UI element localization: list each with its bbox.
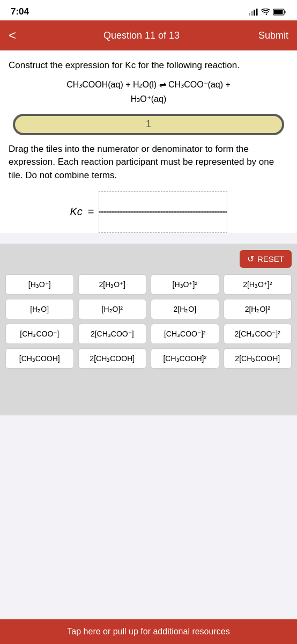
tile-2h2o[interactable]: 2[H₂O] [151, 299, 219, 319]
reset-button[interactable]: ↺ RESET [240, 250, 292, 268]
denominator-slot[interactable] [99, 213, 227, 233]
svg-rect-6 [274, 10, 283, 14]
reset-icon: ↺ [247, 254, 254, 264]
bottom-bar-label: Tap here or pull up for additional resou… [67, 627, 229, 636]
battery-icon [273, 9, 286, 16]
nav-title: Question 11 of 13 [25, 30, 258, 41]
reaction-container: CH₃COOH(aq) + H₂O(l) ⇌ CH₃COO⁻(aq) + H₃O… [9, 78, 288, 106]
kc-fraction [99, 191, 227, 233]
svg-rect-5 [285, 11, 286, 13]
tile-2ch3coo[interactable]: 2[CH₃COO⁻] [78, 324, 147, 344]
svg-rect-2 [254, 10, 255, 16]
svg-rect-1 [251, 11, 253, 16]
progress-inner: 1 [15, 116, 282, 133]
tile-h3o-sq[interactable]: [H₃O⁺]² [151, 274, 219, 295]
numerator-slot[interactable] [99, 191, 227, 211]
tiles-section: ↺ RESET [H₃O⁺] 2[H₃O⁺] [H₃O⁺]² 2[H₃O⁺]² … [0, 244, 297, 415]
svg-rect-3 [256, 9, 258, 16]
tile-ch3cooh[interactable]: [CH₃COOH] [5, 348, 74, 369]
status-bar: 7:04 [0, 0, 297, 20]
reaction-line1: CH₃COOH(aq) + H₂O(l) ⇌ CH₃COO⁻(aq) + [9, 78, 288, 92]
tile-h2o[interactable]: [H₂O] [5, 299, 74, 319]
tile-2h3o-sq[interactable]: 2[H₃O⁺]² [224, 274, 292, 295]
tile-2ch3coo-sq[interactable]: 2[CH₃COO⁻]² [224, 324, 292, 344]
signal-icon [249, 9, 258, 16]
question-text: Construct the expression for Kc for the … [9, 59, 288, 72]
tile-2h2o-sq[interactable]: 2[H₂O]² [224, 299, 292, 319]
kc-label: Kc [70, 206, 82, 218]
tile-2h3o[interactable]: 2[H₃O⁺] [78, 274, 147, 295]
tile-2ch3cooh-b[interactable]: 2[CH₃COOH] [224, 348, 292, 369]
main-content: Construct the expression for Kc for the … [0, 50, 297, 233]
tile-2ch3cooh[interactable]: 2[CH₃COOH] [78, 348, 147, 369]
progress-number: 1 [146, 119, 151, 130]
status-time: 7:04 [11, 6, 29, 17]
tile-ch3coo-sq[interactable]: [CH₃COO⁻]² [151, 324, 219, 344]
reset-label: RESET [257, 254, 284, 264]
progress-bar: 1 [13, 114, 284, 135]
tile-h2o-sq[interactable]: [H₂O]² [78, 299, 147, 319]
instruction-text: Drag the tiles into the numerator or den… [9, 143, 288, 182]
tile-ch3coo[interactable]: [CH₃COO⁻] [5, 324, 74, 344]
tile-h3o[interactable]: [H₃O⁺] [5, 274, 74, 295]
reset-row: ↺ RESET [5, 250, 292, 268]
kc-equation: Kc = [9, 191, 288, 233]
svg-rect-0 [249, 13, 250, 16]
reaction-formula: CH₃COOH(aq) + H₂O(l) ⇌ CH₃COO⁻(aq) + H₃O… [9, 78, 288, 106]
tiles-grid: [H₃O⁺] 2[H₃O⁺] [H₃O⁺]² 2[H₃O⁺]² [H₂O] [H… [5, 274, 292, 369]
back-button[interactable]: < [9, 28, 25, 43]
submit-button[interactable]: Submit [258, 30, 288, 41]
nav-bar: < Question 11 of 13 Submit [0, 20, 297, 50]
bottom-bar[interactable]: Tap here or pull up for additional resou… [0, 619, 297, 644]
tile-ch3cooh-sq[interactable]: [CH₃COOH]² [151, 348, 219, 369]
wifi-icon [261, 9, 270, 16]
status-icons [249, 9, 286, 16]
kc-equals: = [88, 206, 94, 218]
reaction-line2: H₃O⁺(aq) [9, 92, 288, 106]
